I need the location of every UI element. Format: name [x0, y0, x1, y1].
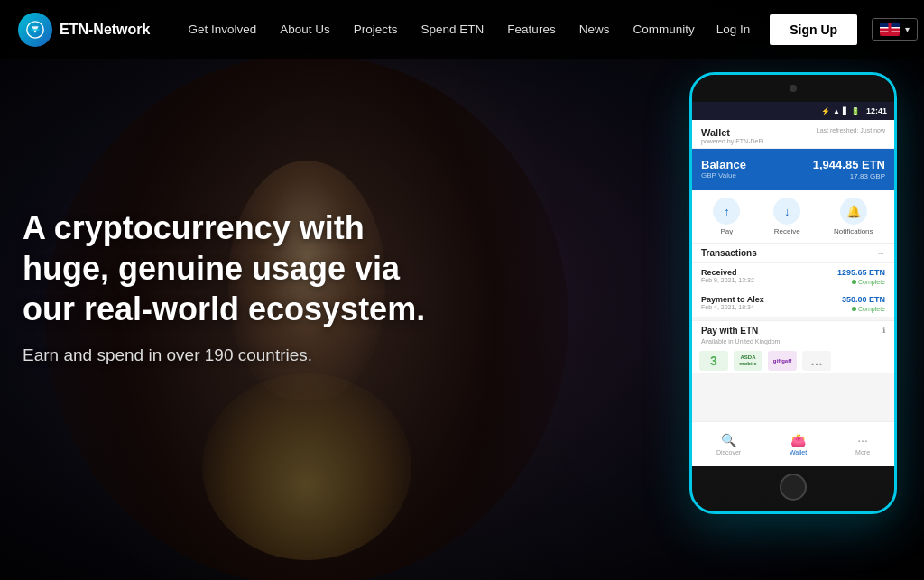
wallet-powered-by: powered by ETN-DeFi [701, 138, 763, 144]
nav-get-involved[interactable]: Get Involved [177, 0, 267, 59]
transaction-received: Received Feb 9, 2021, 13:32 1295.65 ETN … [692, 262, 894, 290]
notifications-label: Notifications [834, 227, 873, 235]
phone-status-bar: ⚡ ▲ ▋ 🔋 12:41 [692, 102, 894, 120]
bluetooth-icon: ⚡ [821, 107, 830, 115]
pay-logos: 3 ASDAmobile giffgaff … [692, 348, 894, 373]
pay-logo-giffgaff: giffgaff [768, 351, 797, 371]
phone-home-button[interactable] [780, 474, 807, 501]
discover-label: Discover [716, 449, 741, 456]
balance-amount: 1,944.85 ETN [813, 158, 885, 171]
tx-received-date: Feb 9, 2021, 13:32 [701, 277, 754, 283]
pay-logo-3-united: 3 [699, 351, 728, 371]
wallet-icon: 👛 [790, 433, 806, 447]
nav-projects[interactable]: Projects [343, 0, 409, 59]
transactions-title: Transactions [701, 248, 757, 258]
pay-label: Pay [720, 227, 733, 235]
status-time: 12:41 [866, 106, 887, 115]
chevron-down-icon: ▾ [905, 24, 910, 34]
signal-icon: ▋ [843, 107, 848, 115]
tx-alex-date: Feb 4, 2021, 18:34 [701, 304, 764, 310]
more-icon: ··· [857, 433, 868, 447]
phone-bottom-nav: 🔍 Discover 👛 Wallet ··· More [692, 421, 894, 466]
bottom-nav-more[interactable]: ··· More [855, 433, 870, 456]
brand-logo-icon [18, 13, 52, 47]
receive-icon: ↓ [773, 198, 800, 225]
pay-info-icon: ℹ [882, 326, 885, 336]
language-selector[interactable]: ▾ [872, 18, 918, 41]
pay-icon: ↑ [713, 198, 740, 225]
transactions-header: Transactions → [692, 243, 894, 262]
brand-name: ETN-Network [60, 22, 150, 38]
tx-alex-name: Payment to Alex [701, 295, 764, 304]
phone-camera [790, 85, 797, 92]
nav-actions: Log In Sign Up ▾ [706, 0, 918, 59]
tx-alex-amount: 350.00 ETN [842, 295, 885, 304]
navbar: ETN-Network Get Involved About Us Projec… [0, 0, 924, 59]
flag-icon [880, 23, 900, 36]
notifications-button[interactable]: 🔔 Notifications [834, 198, 873, 235]
pay-logo-asda: ASDAmobile [734, 351, 762, 371]
gbp-amount: 17.83 GBP [850, 172, 885, 181]
gbp-label: GBP Value [701, 171, 736, 180]
login-button[interactable]: Log In [706, 0, 762, 59]
logo-area[interactable]: ETN-Network [18, 13, 150, 47]
pay-logo-more: … [802, 351, 831, 371]
phone-screen: Wallet powered by ETN-DeFi Last refreshe… [692, 120, 894, 466]
transactions-arrow[interactable]: → [876, 248, 885, 258]
discover-icon: 🔍 [721, 433, 736, 447]
hero-section: ETN-Network Get Involved About Us Projec… [0, 0, 924, 580]
bottom-nav-wallet[interactable]: 👛 Wallet [790, 433, 807, 456]
pay-with-etn-section: Pay with ETN ℹ Available in United Kingd… [692, 320, 894, 373]
tx-alex-status: Complete [852, 306, 885, 312]
transaction-payment-alex: Payment to Alex Feb 4, 2021, 18:34 350.0… [692, 290, 894, 317]
nav-spend-etn[interactable]: Spend ETN [411, 0, 495, 59]
tx-received-name: Received [701, 268, 754, 277]
nav-about-us[interactable]: About Us [269, 0, 341, 59]
phone-mockup: ⚡ ▲ ▋ 🔋 12:41 Wallet powered by ETN-DeFi… [689, 72, 897, 514]
hero-subtext: Earn and spend in over 190 countries. [23, 345, 456, 365]
balance-card: Balance 1,944.85 ETN GBP Value 17.83 GBP [692, 149, 894, 190]
pay-section-title: Pay with ETN [701, 326, 758, 336]
wallet-actions: ↑ Pay ↓ Receive 🔔 Notifications [692, 190, 894, 243]
pay-button[interactable]: ↑ Pay [713, 198, 740, 235]
signup-button[interactable]: Sign Up [770, 14, 857, 45]
tx-received-amount: 1295.65 ETN [837, 268, 885, 277]
nav-community[interactable]: Community [622, 0, 705, 59]
phone-notch [692, 75, 894, 102]
tx-alex-status-dot [852, 307, 856, 311]
tx-status-dot [852, 280, 856, 284]
pay-subtitle: Available in United Kingdom [692, 338, 894, 348]
nav-news[interactable]: News [568, 0, 621, 59]
bottom-nav-discover[interactable]: 🔍 Discover [716, 433, 741, 456]
wallet-label: Wallet [790, 449, 807, 456]
nav-features[interactable]: Features [496, 0, 566, 59]
hero-headline: A cryptocurrency with huge, genuine usag… [23, 207, 456, 329]
wifi-icon: ▲ [833, 107, 840, 115]
phone-outer-frame: ⚡ ▲ ▋ 🔋 12:41 Wallet powered by ETN-DeFi… [689, 72, 897, 514]
tx-received-status: Complete [852, 279, 885, 285]
notifications-icon: 🔔 [840, 198, 867, 225]
receive-label: Receive [774, 227, 800, 235]
more-label: More [855, 449, 870, 456]
balance-label: Balance [701, 158, 746, 171]
wallet-header: Wallet powered by ETN-DeFi Last refreshe… [692, 120, 894, 149]
receive-button[interactable]: ↓ Receive [773, 198, 800, 235]
nav-links: Get Involved About Us Projects Spend ETN… [177, 0, 705, 59]
hero-content: A cryptocurrency with huge, genuine usag… [23, 207, 456, 365]
wallet-title: Wallet [701, 127, 763, 138]
battery-icon: 🔋 [851, 107, 860, 115]
wallet-refreshed: Last refreshed: Just now [817, 127, 885, 133]
